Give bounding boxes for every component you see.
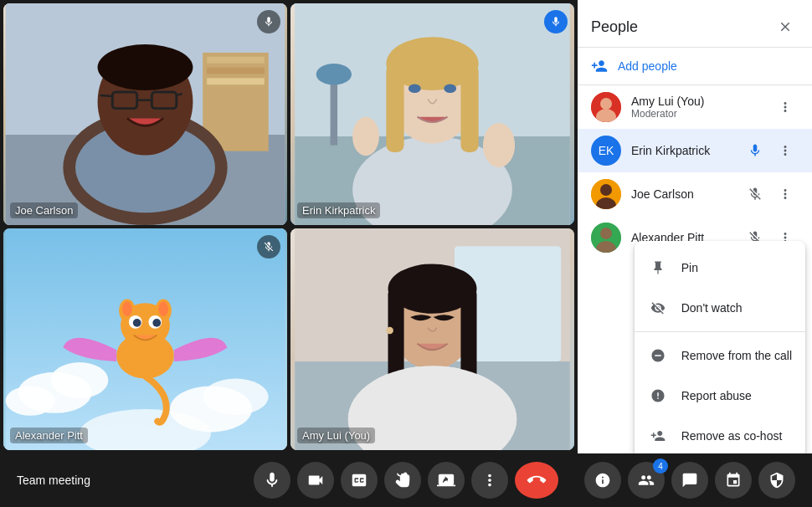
video-tile-alexander[interactable]: Alexander Pitt	[3, 228, 287, 450]
toolbar-right: 4	[558, 462, 795, 499]
svg-point-24	[409, 84, 421, 93]
dont-watch-icon	[648, 298, 668, 318]
erin-initials: EK	[599, 144, 614, 157]
remove-label: Remove from the call	[681, 349, 792, 362]
pin-label: Pin	[681, 261, 698, 274]
more-options-joe[interactable]	[772, 181, 799, 207]
svg-point-30	[51, 362, 109, 398]
more-options-button[interactable]	[471, 462, 508, 499]
more-options-erin[interactable]	[772, 137, 799, 164]
amy-name-label: Amy Lui (You)	[297, 428, 375, 443]
context-menu: Pin Don't watch	[635, 241, 805, 453]
svg-rect-17	[331, 74, 337, 146]
video-grid: Joe Carlson	[0, 0, 578, 453]
add-people-label: Add people	[618, 59, 677, 73]
captions-button[interactable]	[341, 462, 378, 499]
present-button[interactable]	[428, 462, 465, 499]
chat-button[interactable]	[671, 462, 708, 499]
person-actions-joe	[742, 181, 799, 207]
svg-point-27	[352, 117, 379, 156]
person-list: Amy Lui (You) Moderator EK Erin	[578, 85, 812, 453]
raise-hand-button[interactable]	[384, 462, 421, 499]
people-badge: 4	[653, 458, 668, 474]
menu-divider-1	[635, 331, 805, 332]
person-name-amy: Amy Lui (You)	[631, 95, 772, 108]
camera-button[interactable]	[297, 462, 334, 499]
avatar-erin: EK	[591, 136, 621, 166]
alexander-mic-icon	[257, 235, 280, 259]
remove-icon	[648, 346, 668, 366]
person-item-amy[interactable]: Amy Lui (You) Moderator	[578, 85, 812, 129]
person-item-joe[interactable]: Joe Carlson	[578, 172, 812, 216]
toolbar-left: Team meeting	[17, 474, 254, 487]
erin-mic-icon	[544, 10, 568, 33]
svg-line-12	[100, 95, 113, 96]
person-item-alexander[interactable]: Alexander Pitt	[578, 216, 812, 259]
main-container: Joe Carlson	[0, 0, 812, 453]
erin-name-label: Erin Kirkpatrick	[297, 202, 380, 218]
menu-item-dont-watch[interactable]: Don't watch	[635, 288, 805, 328]
cohost-icon	[648, 426, 668, 446]
svg-point-44	[152, 319, 161, 327]
video-tile-joe[interactable]: Joe Carlson	[3, 3, 287, 225]
alexander-name-label: Alexander Pitt	[10, 428, 88, 443]
svg-point-31	[6, 386, 55, 415]
svg-point-25	[444, 84, 456, 93]
video-tile-erin[interactable]: Erin Kirkpatrick	[290, 3, 574, 225]
svg-point-43	[133, 319, 141, 327]
meeting-title: Team meeting	[17, 474, 90, 487]
person-name-erin: Erin Kirkpatrick	[631, 144, 742, 157]
speaking-icon-erin	[742, 137, 768, 164]
cohost-label: Remove as co-host	[681, 429, 783, 443]
pin-icon	[648, 258, 668, 278]
avatar-joe	[591, 179, 621, 209]
more-options-amy[interactable]	[772, 94, 799, 120]
menu-item-remove[interactable]: Remove from the call	[635, 335, 805, 376]
svg-point-26	[483, 123, 515, 167]
svg-rect-23	[460, 64, 478, 152]
video-feed-amy	[290, 228, 574, 450]
svg-point-56	[600, 98, 612, 110]
svg-rect-5	[207, 78, 265, 84]
mic-button[interactable]	[254, 462, 290, 499]
video-feed-erin	[290, 3, 574, 225]
add-people-button[interactable]: Add people	[578, 48, 812, 85]
joe-mic-icon	[257, 10, 280, 33]
panel-header: People	[578, 0, 812, 48]
toolbar: Team meeting	[0, 453, 812, 507]
panel-title: People	[591, 18, 638, 36]
close-panel-button[interactable]	[772, 13, 799, 40]
svg-rect-3	[207, 57, 265, 64]
menu-item-cohost[interactable]: Remove as co-host	[635, 416, 805, 453]
person-actions-erin	[742, 137, 799, 164]
info-button[interactable]	[584, 462, 621, 499]
activities-button[interactable]	[715, 462, 752, 499]
person-info-amy: Amy Lui (You) Moderator	[631, 95, 772, 120]
svg-point-62	[600, 228, 612, 239]
report-label: Report abuse	[681, 389, 752, 402]
svg-point-18	[316, 64, 352, 84]
end-call-button[interactable]	[515, 462, 558, 499]
svg-point-59	[600, 184, 612, 196]
person-name-joe: Joe Carlson	[631, 187, 742, 201]
person-info-erin: Erin Kirkpatrick	[631, 144, 742, 157]
avatar-amy	[591, 92, 621, 122]
svg-point-33	[203, 379, 269, 415]
report-icon	[648, 386, 668, 406]
security-button[interactable]	[758, 462, 795, 499]
person-item-erin[interactable]: EK Erin Kirkpatrick	[578, 129, 812, 172]
dont-watch-label: Don't watch	[681, 301, 743, 315]
people-button[interactable]: 4	[628, 462, 665, 499]
svg-rect-4	[207, 68, 265, 74]
toolbar-center	[254, 462, 558, 499]
add-person-icon	[591, 58, 608, 74]
people-panel: People Add people	[578, 0, 812, 453]
video-tile-amy[interactable]: Amy Lui (You)	[290, 228, 574, 450]
svg-rect-22	[386, 64, 403, 152]
svg-point-39	[122, 301, 132, 316]
video-feed-alexander	[3, 228, 287, 450]
svg-point-14	[98, 44, 193, 90]
menu-item-report[interactable]: Report abuse	[635, 376, 805, 416]
video-feed-joe	[3, 3, 287, 225]
menu-item-pin[interactable]: Pin	[635, 248, 805, 288]
